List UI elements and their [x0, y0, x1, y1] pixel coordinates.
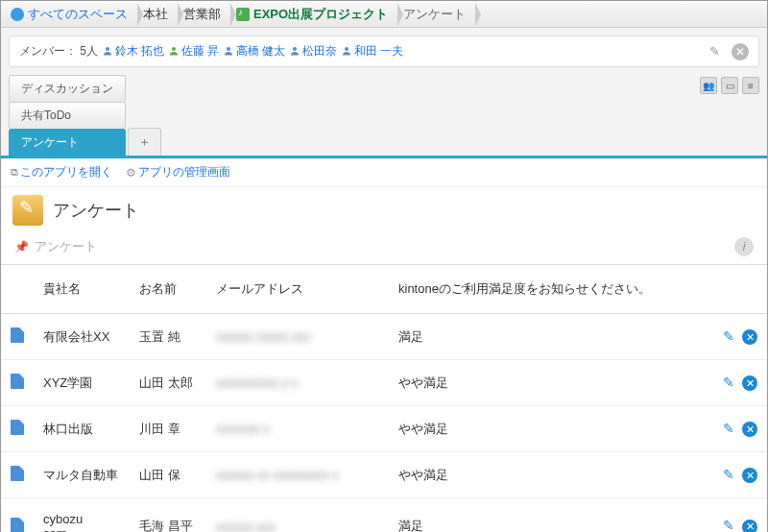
- document-icon: [11, 420, 24, 435]
- members-count-label: メンバー： 5人: [19, 43, 98, 60]
- open-app-link[interactable]: ⧉ このアプリを開く: [11, 164, 112, 181]
- svg-point-3: [293, 47, 297, 51]
- table-row[interactable]: cybozu com…毛海 昌平xxxxxx xxx満足✎✕: [1, 498, 767, 533]
- col-email-header[interactable]: メールアドレス: [206, 265, 389, 314]
- svg-point-0: [106, 47, 109, 51]
- cell-email: xxxxxx xx xxxxxxxxx x: [206, 452, 389, 498]
- svg-point-1: [172, 47, 176, 51]
- table-row[interactable]: 有限会社XX玉置 純xxxxxx xxxxx xxx満足✎✕: [1, 314, 767, 360]
- cell-company: XYZ学園: [34, 360, 130, 406]
- cell-email: xxxxxx xxx: [206, 498, 389, 533]
- table-row[interactable]: XYZ学園山田 太郎xxxxxxxxxx x xやや満足✎✕: [1, 360, 767, 406]
- app-title: アンケート: [53, 199, 139, 222]
- records-table: 貴社名 お名前 メールアドレス kintoneのご利用満足度をお知らせください。…: [1, 265, 767, 532]
- music-note-icon: [236, 8, 250, 21]
- col-satisfaction-header[interactable]: kintoneのご利用満足度をお知らせください。: [389, 265, 709, 314]
- document-icon: [11, 466, 24, 481]
- members-box: メンバー： 5人 鈴木 拓也 佐藤 昇 高橋 健太 松田奈 和田 一夫 ✎ ✕: [9, 36, 759, 67]
- table-row[interactable]: 林口出版川田 章xxxxxxx xやや満足✎✕: [1, 406, 767, 452]
- cell-satisfaction: 満足: [389, 498, 709, 533]
- col-actions-header: [709, 265, 767, 314]
- crumb-org1[interactable]: 本社: [137, 1, 178, 27]
- crumb-org2[interactable]: 営業部: [178, 1, 230, 27]
- edit-row-button[interactable]: ✎: [723, 467, 734, 482]
- app-header: アンケート: [1, 187, 767, 233]
- delete-row-button[interactable]: ✕: [742, 520, 757, 532]
- globe-icon: [11, 8, 24, 21]
- app-icon: [12, 195, 43, 226]
- member-link[interactable]: 和田 一夫: [341, 43, 403, 60]
- delete-row-button[interactable]: ✕: [742, 422, 757, 437]
- member-name: 佐藤 昇: [181, 43, 219, 60]
- person-icon: [289, 45, 300, 57]
- pin-icon: 📌: [14, 240, 29, 254]
- table-row[interactable]: マルタ自動車山田 保xxxxxx xx xxxxxxxxx xやや満足✎✕: [1, 452, 767, 498]
- member-link[interactable]: 鈴木 拓也: [102, 43, 164, 60]
- cell-satisfaction: やや満足: [389, 406, 709, 452]
- edit-members-button[interactable]: ✎: [708, 42, 722, 60]
- col-name-header[interactable]: お名前: [130, 265, 206, 314]
- edit-row-button[interactable]: ✎: [723, 328, 734, 344]
- delete-row-button[interactable]: ✕: [742, 329, 757, 345]
- cell-company: cybozu com…: [34, 498, 130, 533]
- member-name: 高橋 健太: [236, 43, 285, 60]
- crumb-label: 営業部: [183, 6, 221, 23]
- delete-row-button[interactable]: ✕: [742, 375, 757, 391]
- cell-name: 毛海 昌平: [130, 498, 206, 533]
- member-link[interactable]: 松田奈: [289, 43, 337, 60]
- crumb-project[interactable]: EXPO出展プロジェクト: [230, 1, 397, 27]
- cell-name: 玉置 純: [130, 314, 206, 360]
- cell-satisfaction: やや満足: [389, 452, 709, 498]
- cell-company: 有限会社XX: [34, 314, 130, 360]
- crumb-all-spaces[interactable]: すべてのスペース: [5, 1, 137, 27]
- view-list-button[interactable]: ≡: [742, 77, 759, 94]
- member-name: 鈴木 拓也: [115, 43, 164, 60]
- person-icon: [341, 45, 352, 57]
- cell-satisfaction: 満足: [389, 314, 709, 360]
- link-label: このアプリを開く: [20, 164, 112, 181]
- app-links-bar: ⧉ このアプリを開く ⚙ アプリの管理画面: [1, 158, 767, 187]
- edit-row-button[interactable]: ✎: [723, 518, 734, 532]
- view-card-button[interactable]: ▭: [721, 77, 738, 94]
- close-members-button[interactable]: ✕: [732, 43, 749, 60]
- external-link-icon: ⧉: [11, 166, 18, 179]
- cell-email: xxxxxxx x: [206, 406, 389, 452]
- link-label: アプリの管理画面: [138, 164, 230, 181]
- cell-company: 林口出版: [34, 406, 130, 452]
- member-name: 和田 一夫: [354, 43, 403, 60]
- svg-point-4: [345, 47, 348, 51]
- crumb-label: すべてのスペース: [28, 6, 128, 23]
- tabstrip: ディスカッション共有ToDoアンケート ＋ 👥 ▭ ≡: [1, 75, 767, 158]
- document-icon: [11, 518, 24, 533]
- member-link[interactable]: 高橋 健太: [223, 43, 285, 60]
- cell-name: 川田 章: [130, 406, 206, 452]
- add-tab-button[interactable]: ＋: [128, 128, 161, 156]
- member-link[interactable]: 佐藤 昇: [168, 43, 219, 60]
- cell-name: 山田 太郎: [130, 360, 206, 406]
- cell-name: 山田 保: [130, 452, 206, 498]
- breadcrumb: すべてのスペース 本社 営業部 EXPO出展プロジェクト アンケート: [1, 1, 767, 28]
- col-icon-header: [1, 265, 34, 314]
- info-button[interactable]: i: [734, 237, 754, 256]
- member-name: 松田奈: [302, 43, 337, 60]
- crumb-label: EXPO出展プロジェクト: [253, 6, 388, 23]
- app-admin-link[interactable]: ⚙ アプリの管理画面: [126, 164, 230, 181]
- delete-row-button[interactable]: ✕: [742, 468, 757, 483]
- tab[interactable]: 共有ToDo: [9, 102, 126, 129]
- person-icon: [102, 45, 113, 57]
- person-icon: [168, 45, 180, 57]
- edit-row-button[interactable]: ✎: [723, 421, 734, 436]
- tab[interactable]: アンケート: [9, 129, 126, 156]
- crumb-current: アンケート: [397, 1, 475, 27]
- filter-label: アンケート: [35, 238, 97, 255]
- edit-row-button[interactable]: ✎: [723, 375, 734, 390]
- person-icon: [223, 45, 234, 57]
- view-people-button[interactable]: 👥: [700, 77, 717, 94]
- document-icon: [11, 327, 24, 343]
- crumb-label: アンケート: [403, 6, 466, 23]
- col-company-header[interactable]: 貴社名: [34, 265, 130, 314]
- cell-satisfaction: やや満足: [389, 360, 709, 406]
- cell-email: xxxxxx xxxxx xxx: [206, 314, 389, 360]
- tab[interactable]: ディスカッション: [9, 75, 126, 102]
- filter-row: 📌 アンケート i: [1, 233, 767, 265]
